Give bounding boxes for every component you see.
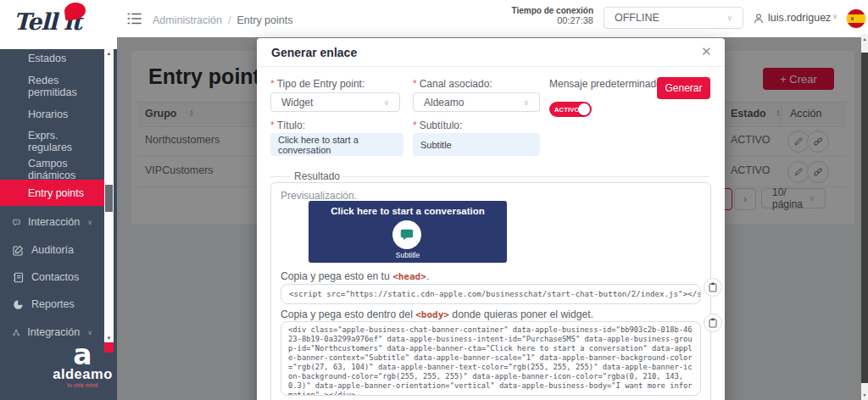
body-code-box[interactable]: <div class="apple-business-chat-banner-c… bbox=[281, 321, 701, 396]
head-tag: <head> bbox=[392, 271, 426, 282]
brand-logo-bubble-icon bbox=[64, 1, 87, 20]
titulo-label: *Título: bbox=[270, 119, 305, 131]
user-chevron-icon[interactable]: ∨ bbox=[832, 13, 837, 20]
scroll-up-icon[interactable]: ▲ bbox=[104, 51, 114, 56]
result-box: Previsualización. Click here to start a … bbox=[270, 182, 711, 400]
head-code-box[interactable]: <script src="https://static.cdn-apple.co… bbox=[281, 284, 701, 304]
generate-link-modal: Generar enlace ✕ *Tipo de Entry point: *… bbox=[257, 38, 725, 400]
reports-pie-icon bbox=[13, 299, 24, 310]
copy-icon bbox=[709, 282, 717, 292]
sidebar-item-entry-points-active[interactable]: Entry points bbox=[0, 180, 104, 206]
integration-icon bbox=[13, 327, 19, 338]
sidebar-red-strip bbox=[104, 342, 114, 353]
app-header: Administración/Entry points Tiempo de co… bbox=[117, 0, 868, 38]
aldeamo-logo-text: aldeamo bbox=[47, 368, 119, 381]
language-flag-spain[interactable] bbox=[847, 9, 865, 28]
sidebar-item-estados[interactable]: Estados bbox=[0, 46, 104, 71]
mensaje-predeterminado-label: Mensaje predeterminado: bbox=[549, 78, 665, 90]
mensaje-toggle[interactable]: ACTIVO bbox=[549, 102, 592, 117]
chat-bubble-icon bbox=[399, 227, 415, 242]
copy-body-code-button[interactable] bbox=[704, 314, 722, 332]
modal-divider bbox=[257, 66, 725, 67]
sidebar-scrollbar[interactable]: ▲ ▼ bbox=[104, 49, 114, 342]
subtitulo-input[interactable]: Subtitle bbox=[413, 133, 540, 156]
body-tag: <body> bbox=[415, 309, 449, 320]
sidebar-item-redes-permitidas[interactable]: Redes permitidas bbox=[0, 74, 104, 99]
scroll-down-icon[interactable]: ▼ bbox=[104, 336, 114, 341]
sidebar-scrollbar-thumb[interactable] bbox=[105, 185, 113, 212]
tipo-entry-point-select[interactable]: Widget ∨ bbox=[270, 92, 400, 112]
banner-cta-text: Click here to start a conversation bbox=[309, 206, 507, 216]
sidebar-item-interaccion[interactable]: Interacción ∨ bbox=[0, 210, 104, 234]
generar-button[interactable]: Generar bbox=[657, 77, 710, 99]
username[interactable]: luis.rodriguez bbox=[768, 12, 831, 24]
resultado-legend: Resultado bbox=[294, 170, 340, 182]
sidebar-item-horarios[interactable]: Horarios bbox=[0, 102, 104, 127]
chevron-down-icon: ∨ bbox=[523, 98, 529, 107]
scroll-up-icon[interactable]: ▲ bbox=[861, 36, 868, 42]
brand-logo-box: Tell it bbox=[0, 0, 117, 49]
canal-asociado-select[interactable]: Aldeamo ∨ bbox=[413, 92, 540, 112]
chevron-down-icon: ∨ bbox=[383, 98, 389, 107]
breadcrumb: Administración/Entry points bbox=[153, 12, 292, 27]
status-value: OFFLINE bbox=[615, 12, 659, 24]
sidebar-item-exprs-regulares[interactable]: Exprs. regulares bbox=[0, 129, 104, 154]
chevron-down-icon: ∨ bbox=[87, 329, 92, 336]
canal-asociado-label: *Canal asociado: bbox=[413, 78, 492, 90]
status-select[interactable]: OFFLINE ∨ bbox=[604, 7, 743, 29]
head-snippet-label: Copia y pega esto en tu <head>. bbox=[281, 270, 429, 282]
breadcrumb-entry-points: Entry points bbox=[236, 14, 292, 26]
page-scrollbar-thumb[interactable] bbox=[861, 53, 868, 383]
toggle-state-label: ACTIVO bbox=[554, 106, 580, 114]
subtitulo-label: *Subtítulo: bbox=[413, 119, 462, 131]
copy-icon bbox=[709, 318, 717, 328]
chat-icon bbox=[13, 217, 20, 228]
scroll-down-icon[interactable]: ▼ bbox=[861, 392, 868, 397]
sidebar-item-contactos[interactable]: Contactos bbox=[0, 265, 104, 289]
modal-title: Generar enlace bbox=[271, 46, 357, 59]
connection-label: Tiempo de conexión bbox=[475, 6, 593, 15]
close-icon[interactable]: ✕ bbox=[701, 44, 712, 59]
chat-banner-preview[interactable]: Click here to start a conversation Subti… bbox=[309, 201, 507, 263]
legend-line bbox=[270, 176, 291, 177]
connection-time: 00:27:38 bbox=[475, 15, 593, 25]
titulo-input[interactable]: Click here to start a conversation bbox=[270, 133, 403, 156]
banner-subtitle-text: Subtitle bbox=[309, 251, 507, 259]
audit-icon bbox=[13, 245, 24, 256]
sidebar-item-auditoria[interactable]: Auditoría bbox=[0, 238, 104, 262]
legend-line bbox=[342, 176, 709, 177]
copy-head-code-button[interactable] bbox=[704, 278, 722, 297]
chevron-down-icon: ∨ bbox=[726, 14, 732, 22]
contacts-icon bbox=[13, 272, 24, 283]
preview-label: Previsualización. bbox=[281, 190, 357, 202]
body-snippet-label: Copia y pega esto dentro del <body> dond… bbox=[281, 308, 593, 320]
tipo-entry-point-label: *Tipo de Entry point: bbox=[270, 78, 364, 90]
sidebar-item-campos-dinamicos[interactable]: Campos dinámicos bbox=[0, 157, 104, 182]
user-icon bbox=[753, 13, 765, 25]
sidebar-item-reportes[interactable]: Reportes bbox=[0, 292, 104, 316]
page-scrollbar[interactable]: ▲ ▼ bbox=[861, 34, 868, 400]
sidebar: Estados Redes permitidas Horarios Exprs.… bbox=[0, 0, 117, 400]
breadcrumb-separator: / bbox=[228, 14, 231, 26]
toggle-knob bbox=[578, 103, 590, 115]
breadcrumb-administracion[interactable]: Administración bbox=[153, 14, 222, 26]
menu-fold-icon[interactable] bbox=[127, 12, 142, 25]
aldeamo-tagline: tu vida móvil bbox=[47, 382, 119, 388]
connection-info: Tiempo de conexión 00:27:38 bbox=[475, 6, 593, 25]
banner-icon-circle bbox=[392, 220, 421, 249]
chevron-down-icon: ∨ bbox=[87, 219, 92, 226]
